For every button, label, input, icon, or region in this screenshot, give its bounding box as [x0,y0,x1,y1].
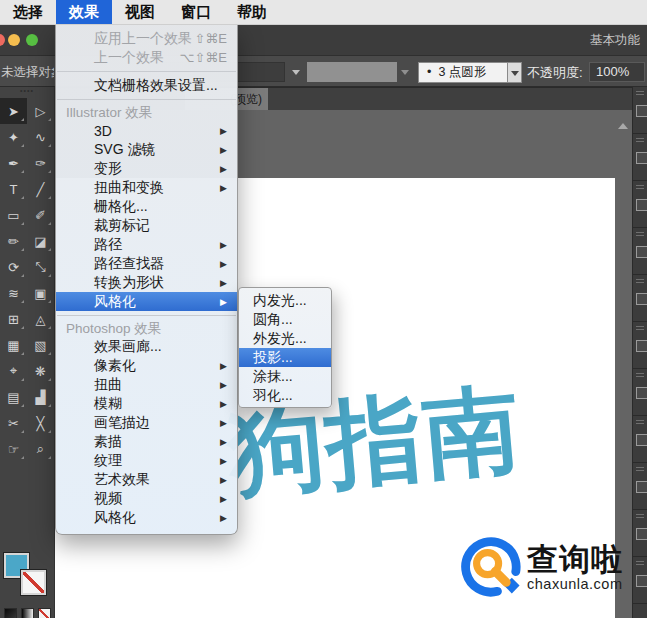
menu-item-video[interactable]: 视频▶ [56,489,237,508]
menubar-item-window[interactable]: 窗口 [168,0,224,24]
submenu-item-drop-shadow[interactable]: 投影... [239,348,331,367]
close-window-button[interactable] [0,34,5,46]
gradient-button[interactable] [21,608,34,618]
minimize-window-button[interactable] [8,34,20,46]
submenu-arrow-icon: ▶ [220,361,227,371]
artboard-tool[interactable]: ▤ [0,384,27,410]
dock-panel-button[interactable] [633,87,647,134]
menu-item-apply-last-effect: 应用上一个效果⇧⌘E [56,29,237,48]
brush-style-select[interactable]: •3 点圆形 [418,62,508,83]
brush-preview-dropdown[interactable] [307,62,397,82]
menu-item-convert-to-shape[interactable]: 转换为形状▶ [56,273,237,292]
pencil-tool[interactable]: ✏ [0,228,27,254]
menu-item-path[interactable]: 路径▶ [56,235,237,254]
eraser-tool[interactable]: ◪ [27,228,54,254]
menu-item-warp[interactable]: 变形▶ [56,159,237,178]
menu-item-3d[interactable]: 3D▶ [56,121,237,140]
scale-tool[interactable]: ⤡ [27,254,54,280]
width-tool[interactable]: ≋ [0,280,27,306]
menu-item-sketch[interactable]: 素描▶ [56,432,237,451]
free-transform-tool[interactable]: ▣ [27,280,54,306]
submenu-item-scribble[interactable]: 涂抹... [239,367,331,386]
submenu-item-outer-glow[interactable]: 外发光... [239,329,331,348]
dock-panel-button[interactable] [633,463,647,510]
menu-item-blur[interactable]: 模糊▶ [56,394,237,413]
dock-panel-button[interactable] [633,275,647,322]
selection-status-label: 未选择对象 [1,64,54,81]
pen-tool[interactable]: ✒ [0,150,27,176]
menu-item-brush-strokes[interactable]: 画笔描边▶ [56,413,237,432]
menu-item-distort[interactable]: 扭曲▶ [56,375,237,394]
selection-tool[interactable]: ➤ [0,98,27,124]
menu-section-photoshop-effects: Photoshop 效果 [56,320,237,337]
brush-style-value: 3 点圆形 [438,65,486,79]
menu-item-pathfinder[interactable]: 路径查找器▶ [56,254,237,273]
submenu-arrow-icon: ▶ [220,278,227,288]
submenu-arrow-icon: ▶ [220,418,227,428]
menu-item-crop-marks[interactable]: 裁剪标记 [56,216,237,235]
submenu-item-inner-glow[interactable]: 内发光... [239,291,331,310]
menu-item-svg-filters[interactable]: SVG 滤镜▶ [56,140,237,159]
symbol-sprayer-tool[interactable]: ❋ [27,358,54,384]
zoom-window-button[interactable] [26,34,38,46]
menubar-item-select[interactable]: 选择 [0,0,56,24]
dock-panel-button[interactable] [633,416,647,463]
stroke-color-swatch[interactable] [21,570,46,595]
mesh-tool[interactable]: ▦ [0,332,27,358]
menu-item-stylize-ps[interactable]: 风格化▶ [56,508,237,527]
dock-panel-button[interactable] [633,181,647,228]
type-tool[interactable]: T [0,176,27,202]
chevron-down-icon [292,70,300,75]
shortcut-label: ⇧⌘E [194,31,227,46]
eyedropper-tool[interactable]: ⌖ [0,358,27,384]
hand-tool[interactable]: ☞ [0,436,27,462]
submenu-arrow-icon: ▶ [220,240,227,250]
menu-item-rasterize[interactable]: 栅格化... [56,197,237,216]
dock-panel-button[interactable] [633,322,647,369]
paintbrush-tool[interactable]: ✐ [27,202,54,228]
menu-item-effect-gallery[interactable]: 效果画廊... [56,337,237,356]
dock-panel-button[interactable] [633,369,647,416]
watermark-title: 查询啦 [527,544,623,576]
chaxunla-logo-icon [459,535,525,601]
rectangle-tool[interactable]: ▭ [0,202,27,228]
opacity-input[interactable]: 100% [589,62,645,82]
zoom-tool[interactable]: ⌕ [27,436,54,462]
shape-builder-tool[interactable]: ⊞ [0,306,27,332]
perspective-grid-tool[interactable]: ◬ [27,306,54,332]
menubar-item-view[interactable]: 视图 [112,0,168,24]
magic-wand-tool[interactable]: ✦ [0,124,27,150]
graph-tool[interactable]: ▟ [27,384,54,410]
direct-selection-tool[interactable]: ▷ [27,98,54,124]
dock-panel-button[interactable] [633,134,647,181]
lasso-tool[interactable]: ∿ [27,124,54,150]
dock-panel-button[interactable] [633,510,647,557]
menubar-item-help[interactable]: 帮助 [224,0,280,24]
color-button[interactable] [4,608,17,618]
knife-tool[interactable]: ╳ [27,410,54,436]
menubar-item-effect[interactable]: 效果 [56,0,112,24]
watermark-domain: chaxunla.com [527,576,623,592]
line-tool[interactable]: ╱ [27,176,54,202]
menu-item-stylize[interactable]: 风格化▶ [56,292,237,311]
submenu-arrow-icon: ▶ [220,494,227,504]
submenu-item-feather[interactable]: 羽化... [239,386,331,405]
chevron-up-icon[interactable] [618,123,628,129]
submenu-item-round-corners[interactable]: 圆角... [239,310,331,329]
menu-item-artistic[interactable]: 艺术效果▶ [56,470,237,489]
workspace-switcher[interactable]: 基本功能 [590,32,640,49]
gradient-tool[interactable]: ▧ [27,332,54,358]
menu-item-distort-transform[interactable]: 扭曲和变换▶ [56,178,237,197]
watermark-logo: 查询啦 chaxunla.com [459,527,641,609]
rotate-tool[interactable]: ⟳ [0,254,27,280]
none-button[interactable] [38,608,51,618]
menu-item-document-raster-settings[interactable]: 文档栅格效果设置... [56,76,237,95]
slice-tool[interactable]: ✂ [0,410,27,436]
menu-item-pixelate[interactable]: 像素化▶ [56,356,237,375]
panel-grip[interactable]: •••• [0,87,54,96]
shortcut-label: ⌥⇧⌘E [179,50,227,65]
dock-panel-button[interactable] [633,228,647,275]
curvature-tool[interactable]: ✑ [27,150,54,176]
menu-item-texture[interactable]: 纹理▶ [56,451,237,470]
dock-panel-button[interactable] [633,557,647,604]
